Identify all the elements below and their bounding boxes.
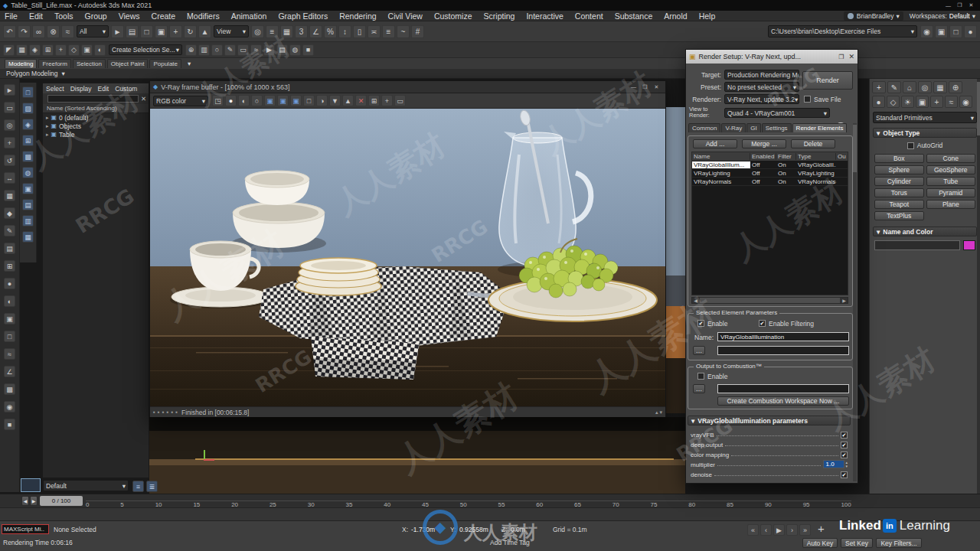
menu-item[interactable]: Edit bbox=[29, 11, 43, 21]
rendered-frame-icon[interactable]: □ bbox=[949, 25, 962, 38]
menu-item[interactable]: Customize bbox=[434, 11, 472, 21]
load-image-icon[interactable]: ▲ bbox=[342, 95, 354, 106]
workspaces-value[interactable]: Default bbox=[949, 12, 970, 20]
vfb-close-button[interactable]: ✕ bbox=[651, 83, 662, 91]
half-tool-icon[interactable]: ◐ bbox=[4, 295, 15, 307]
play-small-icon[interactable]: ▶ bbox=[263, 44, 275, 56]
square-tool-icon[interactable]: □ bbox=[4, 331, 15, 342]
pivot-tool-icon[interactable]: ◎ bbox=[4, 119, 15, 131]
layer-b-icon[interactable]: ▨ bbox=[22, 103, 34, 114]
track-mouse-icon[interactable]: + bbox=[381, 95, 393, 106]
target-icon[interactable]: ◍ bbox=[289, 44, 301, 56]
tab-common[interactable]: Common bbox=[688, 123, 720, 132]
layer-e-icon[interactable]: ▩ bbox=[22, 151, 34, 162]
region-render-icon[interactable]: ▭ bbox=[394, 95, 406, 106]
select-and-link-icon[interactable]: ∞ bbox=[32, 25, 45, 38]
tab-settings[interactable]: Settings bbox=[762, 123, 792, 132]
menu-item[interactable]: Rendering bbox=[339, 11, 376, 21]
deep-output-checkbox[interactable]: ✔ bbox=[841, 442, 848, 448]
polygon-modeling-panel[interactable]: Polygon Modeling bbox=[6, 70, 58, 77]
expand-arrow-icon[interactable]: ▸ bbox=[46, 115, 49, 121]
element-name-field[interactable]: VRayGlobalIllumination bbox=[717, 332, 849, 341]
select-object-icon[interactable]: ► bbox=[111, 25, 124, 38]
play-icon[interactable]: ▶ bbox=[773, 524, 785, 536]
ribbon-tab-selection[interactable]: Selection bbox=[73, 59, 106, 68]
combustion-path-field[interactable] bbox=[717, 384, 849, 393]
shade-icon[interactable]: ▥ bbox=[198, 44, 210, 56]
motion-tab-icon[interactable]: ◎ bbox=[918, 81, 932, 93]
explorer-menu-display[interactable]: Display bbox=[70, 85, 92, 93]
primitive-button[interactable]: Plane bbox=[926, 200, 976, 209]
select-and-move-icon[interactable]: + bbox=[169, 25, 182, 38]
save-file-checkbox[interactable] bbox=[804, 96, 811, 103]
tab-render-elements[interactable]: Render Elements bbox=[792, 123, 848, 132]
key-filters-button[interactable]: Key Filters... bbox=[876, 538, 922, 548]
list-icon[interactable]: ▤ bbox=[276, 44, 288, 56]
explorer-search-input[interactable] bbox=[47, 95, 139, 103]
list-tool-icon[interactable]: ▤ bbox=[4, 243, 15, 254]
project-path-field[interactable]: C:\Users\brian\Desktop\Exercise Files▾ bbox=[768, 25, 917, 37]
go-to-end-icon[interactable]: » bbox=[799, 524, 811, 536]
user-chip[interactable]: BrianBradley ▾ bbox=[844, 11, 903, 21]
pivot-icon[interactable]: ⊕ bbox=[185, 44, 197, 56]
systems-icon[interactable]: ◉ bbox=[959, 96, 972, 108]
menu-item[interactable]: Help bbox=[699, 11, 716, 21]
region-status-icon[interactable]: ▪ bbox=[158, 409, 160, 416]
merge-element-button[interactable]: Merge ... bbox=[742, 139, 786, 148]
angle-snap-icon[interactable]: ∠ bbox=[309, 25, 322, 38]
layer-c-icon[interactable]: ◈ bbox=[22, 119, 34, 130]
add-icon[interactable]: + bbox=[55, 44, 67, 56]
enable-filtering-checkbox[interactable]: ✔ bbox=[759, 320, 766, 327]
object-type-rollout[interactable]: ▾Object Type bbox=[873, 128, 977, 138]
spinner-snap-icon[interactable]: ↕ bbox=[338, 25, 351, 38]
grid-icon[interactable]: ▦ bbox=[16, 44, 28, 56]
stereo-icon[interactable]: ▪ bbox=[162, 409, 165, 416]
workspace-selector[interactable]: Default▾ bbox=[43, 480, 129, 491]
tab-vray[interactable]: V-Ray bbox=[721, 123, 746, 132]
element-output-field[interactable] bbox=[717, 346, 849, 355]
explorer-row[interactable]: ▸ ▣ 0 (default) bbox=[43, 113, 149, 122]
circle-icon[interactable]: ○ bbox=[211, 44, 223, 56]
menu-item[interactable]: File bbox=[5, 11, 18, 21]
edit-icon[interactable]: ✎ bbox=[224, 44, 236, 56]
element-row[interactable]: VRayLighting Off On VRayLighting bbox=[692, 169, 848, 178]
element-row[interactable]: VRayNormals Off On VRayNormals bbox=[692, 178, 848, 186]
create-tab-icon[interactable]: + bbox=[872, 81, 886, 93]
explorer-menu-custom[interactable]: Custom bbox=[115, 85, 137, 93]
undo-icon[interactable]: ↶ bbox=[3, 25, 16, 38]
menu-item[interactable]: Scripting bbox=[484, 11, 515, 21]
explorer-row[interactable]: ▸ ▣ Table bbox=[43, 130, 149, 139]
half-sphere-icon[interactable]: ◐ bbox=[94, 44, 106, 56]
preset-dropdown[interactable]: No preset selected▾ bbox=[724, 82, 799, 92]
combustion-enable-checkbox[interactable] bbox=[697, 373, 704, 380]
red-channel-icon[interactable]: ▣ bbox=[264, 95, 276, 106]
denoise-checkbox[interactable]: ✔ bbox=[841, 471, 848, 478]
menu-item[interactable]: Animation bbox=[231, 11, 267, 21]
duplicate-icon[interactable]: ⊞ bbox=[368, 95, 380, 106]
keyboard-override-icon[interactable]: ▦ bbox=[280, 25, 293, 38]
crossing-selection-icon[interactable]: ▣ bbox=[155, 25, 168, 38]
vfb-maximize-button[interactable]: ❐ bbox=[639, 83, 651, 91]
menu-item[interactable]: Tools bbox=[54, 11, 74, 21]
redo-icon[interactable]: ↷ bbox=[18, 25, 31, 38]
vfb-channel-dropdown[interactable]: RGB color▾ bbox=[153, 96, 208, 106]
layer-manager-icon[interactable]: ≡ bbox=[382, 25, 395, 38]
layer-d-icon[interactable]: ⊞ bbox=[22, 135, 34, 146]
dock-toggle-box[interactable] bbox=[21, 478, 41, 492]
half-tone-icon[interactable]: ◐ bbox=[238, 95, 250, 106]
primitive-button[interactable]: Sphere bbox=[874, 165, 924, 174]
maximize-button[interactable]: ❐ bbox=[954, 2, 965, 10]
selection-filter-dropdown[interactable]: All▾ bbox=[77, 25, 109, 37]
ribbon-tab-object-paint[interactable]: Object Paint bbox=[107, 59, 149, 68]
dialog-scrollbar[interactable] bbox=[853, 123, 857, 481]
menu-item[interactable]: Create bbox=[152, 11, 176, 21]
ribbon-tab-populate[interactable]: Populate bbox=[149, 59, 181, 68]
explorer-menu-select[interactable]: Select bbox=[46, 85, 64, 93]
sphere-tool-icon[interactable]: ● bbox=[4, 278, 15, 289]
vfb-scroll-up-icon[interactable]: ▴ bbox=[655, 409, 658, 416]
tab-gi[interactable]: GI bbox=[746, 123, 760, 132]
primitive-button[interactable]: GeoSphere bbox=[926, 165, 976, 174]
autogrid-checkbox[interactable] bbox=[907, 142, 914, 149]
set-key-button[interactable]: Set Key bbox=[841, 538, 873, 548]
elements-hscrollbar[interactable]: ◀ ▶ bbox=[691, 297, 848, 304]
